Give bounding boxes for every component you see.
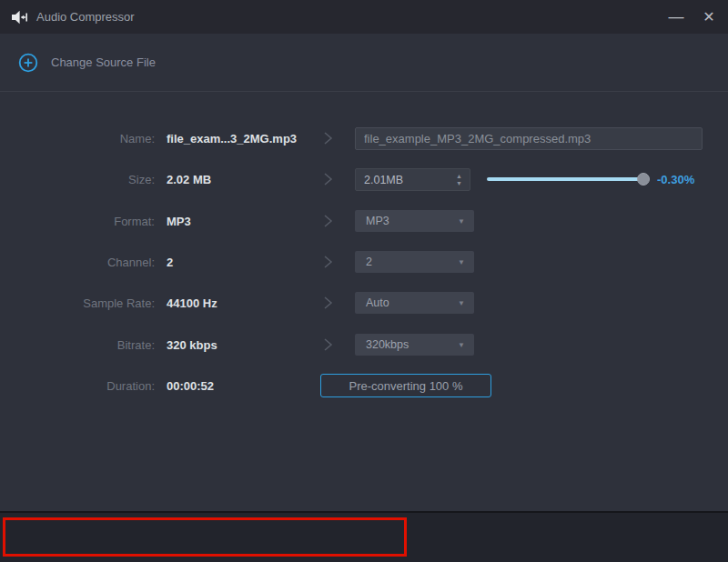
chevron-right-icon xyxy=(320,214,335,232)
size-label: Size: xyxy=(0,173,155,186)
format-label: Format: xyxy=(0,215,155,228)
source-bar: Change Source File xyxy=(0,34,728,92)
spin-down-button[interactable]: ▼ xyxy=(456,181,462,186)
format-dropdown[interactable]: MP3 ▼ xyxy=(355,210,474,232)
chevron-right-icon xyxy=(320,337,335,356)
caret-down-icon: ▼ xyxy=(458,217,465,226)
size-slider[interactable] xyxy=(487,173,648,186)
channel-dropdown-value: 2 xyxy=(366,256,372,268)
audio-compressor-window: Audio Compressor — ✕ Change Source File … xyxy=(0,0,728,562)
format-value: MP3 xyxy=(167,215,191,228)
window-title: Audio Compressor xyxy=(36,10,135,24)
chevron-right-icon xyxy=(320,296,335,314)
bitrate-label: Bitrate: xyxy=(0,338,155,352)
bitrate-dropdown-value: 320kbps xyxy=(366,338,409,351)
target-size-spinner[interactable]: 2.01MB ▲ ▼ xyxy=(355,168,470,191)
sample-rate-label: Sample Rate: xyxy=(0,296,155,310)
size-value: 2.02 MB xyxy=(167,173,211,186)
change-source-label: Change Source File xyxy=(51,55,156,69)
size-slider-thumb[interactable] xyxy=(637,173,650,186)
spin-up-button[interactable]: ▲ xyxy=(456,174,462,179)
chevron-right-icon xyxy=(320,255,335,273)
name-value: file_exam...3_2MG.mp3 xyxy=(167,132,297,146)
duration-label: Duration: xyxy=(0,379,155,393)
caret-down-icon: ▼ xyxy=(458,341,465,349)
sample-rate-dropdown-value: Auto xyxy=(366,296,389,309)
speaker-compress-icon xyxy=(12,10,28,25)
preconverting-button[interactable]: Pre-converting 100 % xyxy=(320,374,491,397)
footer-bar: Save to: C:\Vidmore\Vidmore ...er\Audio … xyxy=(0,511,728,562)
target-size-value: 2.01MB xyxy=(356,174,456,186)
sample-rate-dropdown[interactable]: Auto ▼ xyxy=(355,292,474,314)
minimize-button[interactable]: — xyxy=(661,0,692,34)
bitrate-dropdown[interactable]: 320kbps ▼ xyxy=(355,334,474,356)
chevron-right-icon xyxy=(320,172,335,190)
size-slider-track[interactable] xyxy=(487,177,648,181)
caret-down-icon: ▼ xyxy=(458,299,465,307)
bitrate-value: 320 kbps xyxy=(167,338,217,352)
channel-dropdown[interactable]: 2 ▼ xyxy=(355,251,474,273)
close-button[interactable]: ✕ xyxy=(693,0,724,34)
plus-circle-icon xyxy=(18,53,38,73)
change-source-file-button[interactable]: Change Source File xyxy=(18,53,156,73)
channel-value: 2 xyxy=(167,256,173,269)
format-dropdown-value: MP3 xyxy=(366,215,389,227)
duration-value: 00:00:52 xyxy=(167,379,214,393)
output-filename-input[interactable] xyxy=(355,127,703,150)
sample-rate-value: 44100 Hz xyxy=(167,296,217,310)
name-label: Name: xyxy=(0,132,155,146)
title-bar: Audio Compressor — ✕ xyxy=(0,0,728,34)
chevron-right-icon xyxy=(320,131,335,149)
compression-ratio-label: -0.30% xyxy=(657,173,694,186)
channel-label: Channel: xyxy=(0,256,155,269)
caret-down-icon: ▼ xyxy=(458,258,465,266)
